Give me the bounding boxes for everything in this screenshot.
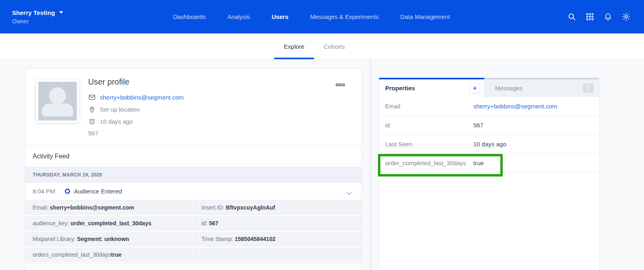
apps-grid-icon[interactable] bbox=[586, 12, 594, 21]
page-title: User profile bbox=[88, 77, 184, 87]
nav-dashboards[interactable]: Dashboards bbox=[173, 13, 206, 20]
property-row-email: Email sherry+bobbins@segment.com bbox=[379, 97, 599, 116]
event-prop-cell: Time Stamp: 1585045844102 bbox=[194, 232, 362, 247]
nav-users[interactable]: Users bbox=[272, 13, 289, 20]
event-prop-cell: orders_completed_last_30daystrue bbox=[25, 247, 193, 262]
settings-gear-icon[interactable] bbox=[622, 12, 630, 21]
event-prop-cell: audience_key: order_completed_last_30day… bbox=[25, 216, 193, 231]
pane-divider bbox=[370, 59, 371, 270]
avatar bbox=[36, 79, 79, 123]
nav-analysis[interactable]: Analysis bbox=[227, 13, 250, 20]
event-properties-table: Email: sherry+bobbins@segment.com Insert… bbox=[25, 200, 361, 264]
tab-cohorts[interactable]: Cohorts bbox=[314, 33, 355, 59]
property-row-last-seen: Last Seen 10 days ago bbox=[379, 135, 599, 154]
event-time: 8:04 PM bbox=[33, 188, 59, 195]
event-prop-cell: Insert ID: BftvpxcuyAglnAuf bbox=[194, 200, 362, 215]
properties-panel: Properties + Messages 0 Email sherry+bob… bbox=[378, 78, 600, 270]
tab-cohorts-label: Cohorts bbox=[324, 43, 345, 50]
activity-date-header: THURSDAY, MARCH 19, 2020 bbox=[25, 167, 361, 183]
set-up-location-link[interactable]: Set up location bbox=[100, 106, 140, 113]
more-options-icon[interactable] bbox=[336, 81, 345, 88]
messages-count-badge: 0 bbox=[583, 83, 594, 93]
property-row-id: id 567 bbox=[379, 116, 599, 135]
tab-messages[interactable]: Messages 0 bbox=[485, 78, 599, 97]
envelope-icon bbox=[88, 93, 96, 101]
users-subnav: Explore Cohorts bbox=[0, 33, 644, 59]
tab-properties[interactable]: Properties + bbox=[379, 78, 485, 97]
event-prop-cell: Email: sherry+bobbins@segment.com bbox=[25, 200, 193, 215]
project-role: Owner bbox=[12, 18, 63, 25]
event-prop-cell: Mixpanel Library: Segment: unknown bbox=[25, 232, 193, 247]
event-name: Audience Entered bbox=[74, 188, 122, 195]
nav-messages-experiments[interactable]: Messages & Experiments bbox=[310, 13, 378, 20]
collapse-chevron-icon[interactable] bbox=[347, 190, 352, 197]
tab-messages-label: Messages bbox=[495, 85, 522, 91]
property-email-link[interactable]: sherry+bobbins@segment.com bbox=[473, 103, 557, 110]
project-name: Sherry Testing bbox=[12, 9, 55, 16]
main-content: User profile sherry+bobbins@segment.com … bbox=[0, 59, 644, 270]
activity-feed-title: Activity Feed bbox=[25, 145, 361, 167]
event-prop-cell bbox=[194, 247, 362, 262]
tab-explore-label: Explore bbox=[284, 43, 304, 50]
profile-email-link[interactable]: sherry+bobbins@segment.com bbox=[100, 94, 184, 101]
nav-data-management[interactable]: Data Management bbox=[400, 13, 450, 20]
event-bullet-icon bbox=[65, 189, 70, 194]
tab-explore[interactable]: Explore bbox=[274, 33, 314, 59]
clock-icon bbox=[88, 118, 96, 125]
last-seen-text: 10 days ago bbox=[100, 118, 133, 125]
search-icon[interactable] bbox=[568, 12, 576, 21]
distinct-id: 567 bbox=[88, 130, 184, 137]
tab-properties-label: Properties bbox=[385, 85, 415, 91]
notifications-bell-icon[interactable] bbox=[604, 12, 612, 21]
event-prop-cell: id: 567 bbox=[194, 216, 362, 231]
project-switcher[interactable]: Sherry Testing Owner bbox=[0, 9, 63, 25]
add-property-button[interactable]: + bbox=[469, 83, 480, 93]
location-pin-icon bbox=[88, 106, 96, 113]
property-row-order-completed: order_completed_last_30days true bbox=[379, 154, 599, 172]
main-nav: Dashboards Analysis Users Messages & Exp… bbox=[173, 13, 450, 20]
top-navigation-bar: Sherry Testing Owner Dashboards Analysis… bbox=[0, 0, 644, 33]
chevron-down-icon bbox=[59, 11, 63, 14]
profile-header: User profile sherry+bobbins@segment.com … bbox=[25, 69, 361, 145]
event-row-audience-entered[interactable]: 8:04 PM Audience Entered bbox=[25, 183, 361, 200]
user-profile-card: User profile sherry+bobbins@segment.com … bbox=[25, 69, 362, 270]
